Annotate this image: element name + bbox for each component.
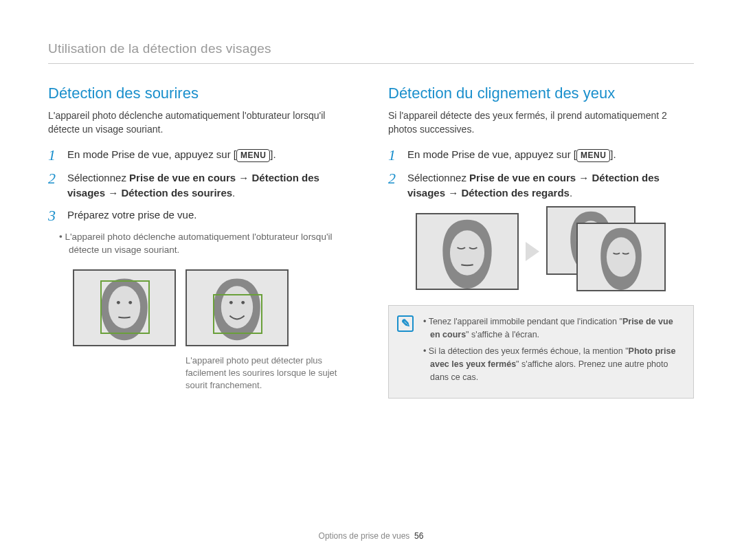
footer-section: Options de prise de vues [319, 531, 410, 541]
face-eyes-closed-icon [578, 224, 664, 290]
step-3-left: 3 Préparez votre prise de vue. [48, 208, 354, 224]
info-icon: ✎ [397, 315, 414, 332]
page-number: 56 [414, 531, 423, 541]
blink-result-stack [546, 213, 660, 290]
step-text: Sélectionnez Prise de vue en cours → Dét… [407, 170, 694, 201]
smile-caption: L'appareil photo peut détecter plus faci… [186, 355, 344, 392]
step-text: Sélectionnez Prise de vue en cours → Dét… [67, 170, 354, 201]
blink-thumbnails [416, 213, 694, 290]
step-text-post: ]. [270, 148, 276, 160]
step-2-left: 2 Sélectionnez Prise de vue en cours → D… [48, 170, 354, 201]
face-eyes-closed-icon [417, 214, 517, 289]
step-2-right: 2 Sélectionnez Prise de vue en cours → D… [388, 170, 694, 201]
smile-thumb-neutral [73, 269, 176, 346]
step-number: 1 [388, 147, 401, 164]
smile-thumbnails [73, 269, 354, 346]
step-number: 1 [48, 147, 60, 164]
step-1-right: 1 En mode Prise de vue, appuyez sur [MEN… [388, 147, 694, 164]
svg-point-13 [607, 237, 636, 277]
step-number: 2 [48, 170, 60, 201]
page-header: Utilisation de la détection des visages [48, 41, 694, 64]
blink-thumb-result-front [576, 223, 666, 291]
step-number: 2 [388, 170, 401, 201]
smile-thumb-smiling [186, 269, 289, 346]
step-text-post: ]. [610, 148, 616, 160]
arrow-right-icon [526, 242, 539, 261]
note-item: Tenez l'appareil immobile pendant que l'… [423, 315, 684, 341]
step-text: En mode Prise de vue, appuyez sur [MENU]… [67, 147, 354, 164]
section-title-blink: Détection du clignement des yeux [388, 85, 694, 102]
step-text: En mode Prise de vue, appuyez sur [MENU]… [407, 147, 694, 164]
step-number: 3 [48, 208, 60, 224]
content-columns: Détection des sourires L'appareil photo … [48, 85, 694, 399]
section-intro-blink: Si l'appareil détecte des yeux fermés, i… [388, 109, 694, 136]
page-footer: Options de prise de vues 56 [0, 531, 742, 541]
step-text-pre: En mode Prise de vue, appuyez sur [ [407, 148, 576, 160]
smile-detect-box-icon [213, 294, 262, 334]
step-text-pre: En mode Prise de vue, appuyez sur [ [67, 148, 236, 160]
face-detect-box-icon [100, 280, 150, 334]
section-title-smile: Détection des sourires [48, 85, 354, 102]
info-note-box: ✎ Tenez l'appareil immobile pendant que … [388, 305, 694, 399]
note-item: Si la détection des yeux fermés échoue, … [423, 345, 684, 383]
section-intro-smile: L'appareil photo déclenche automatiqueme… [48, 109, 354, 136]
step-text: Préparez votre prise de vue. [67, 208, 354, 224]
blink-thumb-closed [416, 213, 519, 290]
column-smile-detection: Détection des sourires L'appareil photo … [48, 85, 354, 399]
step-1-left: 1 En mode Prise de vue, appuyez sur [MEN… [48, 147, 354, 164]
svg-point-9 [450, 230, 484, 276]
step-3-substep: L'appareil photo déclenche automatiqueme… [48, 231, 354, 257]
menu-button-label: MENU [576, 149, 610, 162]
menu-button-label: MENU [236, 149, 270, 162]
column-blink-detection: Détection du clignement des yeux Si l'ap… [388, 85, 694, 399]
